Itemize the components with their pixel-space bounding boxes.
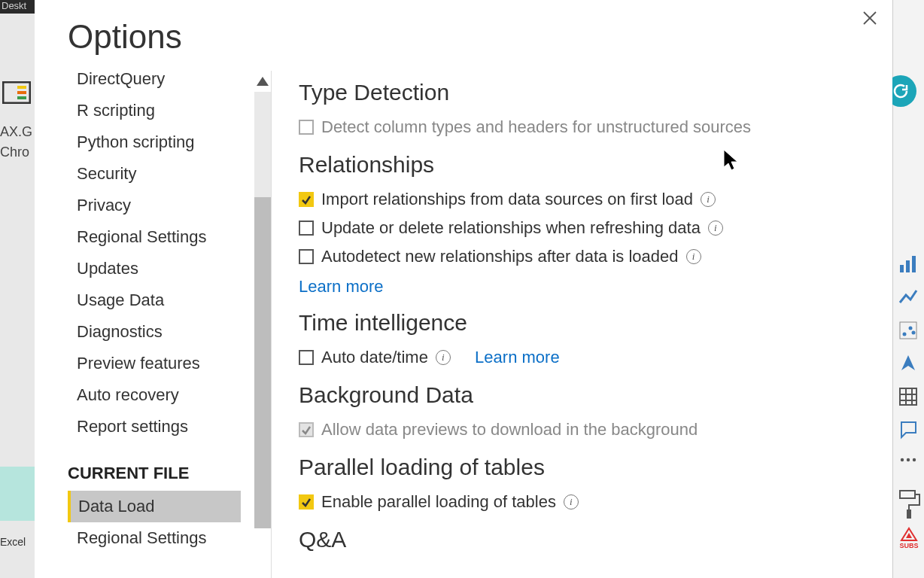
scatter-chart-icon	[898, 321, 918, 340]
checkbox-icon[interactable]	[299, 350, 314, 365]
bg-excel-label: Excel	[0, 536, 26, 548]
bg-teal-block	[0, 467, 36, 521]
svg-marker-26	[257, 77, 269, 86]
svg-rect-21	[907, 510, 911, 519]
option-import-relationships[interactable]: Import relationships from data sources o…	[299, 185, 862, 214]
sidebar-item-privacy[interactable]: Privacy	[68, 190, 241, 221]
sidebar-scrollbar[interactable]	[254, 71, 271, 578]
option-label: Allow data previews to download in the b…	[321, 420, 698, 440]
bg-left-text-2: Chro	[0, 144, 29, 160]
info-icon[interactable]: i	[436, 350, 451, 365]
option-enable-parallel-loading[interactable]: Enable parallel loading of tables i	[299, 488, 862, 516]
bg-left-text-1: AX.G	[0, 124, 32, 140]
ribbon-icon-fragment	[2, 81, 31, 104]
arrow-icon	[898, 354, 918, 373]
svg-point-10	[912, 331, 916, 335]
learn-more-link-relationships[interactable]: Learn more	[299, 277, 384, 296]
section-relationships: Relationships	[299, 152, 862, 178]
section-qa: Q&A	[299, 527, 862, 552]
sidebar-item-regional-settings[interactable]: Regional Settings	[68, 221, 241, 253]
checkbox-icon[interactable]	[299, 494, 314, 510]
sidebar-section-current-file: CURRENT FILE	[68, 443, 241, 491]
option-allow-background-previews: Allow data previews to download in the b…	[299, 415, 862, 444]
info-icon[interactable]: i	[686, 249, 701, 264]
option-label: Update or delete relationships when refr…	[321, 218, 701, 238]
option-label: Autodetect new relationships after data …	[321, 247, 679, 266]
checkbox-icon	[299, 120, 314, 135]
svg-marker-11	[901, 355, 915, 370]
line-chart-icon	[898, 287, 918, 307]
comment-icon	[898, 420, 918, 440]
section-time-intelligence: Time intelligence	[299, 310, 862, 336]
more-icon	[898, 453, 918, 473]
svg-rect-3	[17, 96, 26, 99]
section-type-detection: Type Detection	[299, 80, 862, 105]
options-content: Type Detection Detect column types and h…	[272, 63, 892, 578]
svg-point-17	[901, 458, 904, 461]
section-parallel-loading: Parallel loading of tables	[299, 455, 862, 480]
paint-roller-icon	[897, 489, 921, 522]
dialog-title: Options	[35, 0, 892, 63]
svg-point-8	[903, 333, 907, 336]
sidebar-item-cf-regional-settings[interactable]: Regional Settings	[68, 522, 241, 554]
option-label: Detect column types and headers for unst…	[321, 117, 751, 137]
sidebar-item-auto-recovery[interactable]: Auto recovery	[68, 379, 241, 411]
sidebar-item-preview-features[interactable]: Preview features	[68, 348, 241, 379]
options-sidebar: DirectQuery R scripting Python scripting…	[68, 63, 241, 578]
option-label: Import relationships from data sources o…	[321, 190, 693, 209]
sidebar-item-r-scripting[interactable]: R scripting	[68, 95, 241, 126]
sidebar-item-security[interactable]: Security	[68, 158, 241, 190]
subscribe-badge: SUBS	[894, 527, 924, 549]
svg-marker-23	[906, 533, 912, 538]
sidebar-item-usage-data[interactable]: Usage Data	[68, 284, 241, 316]
option-update-relationships[interactable]: Update or delete relationships when refr…	[299, 214, 862, 242]
checkbox-icon[interactable]	[299, 192, 314, 207]
sidebar-item-report-settings[interactable]: Report settings	[68, 411, 241, 443]
learn-more-link-time-intelligence[interactable]: Learn more	[475, 348, 560, 367]
checkbox-icon	[299, 422, 314, 437]
sidebar-item-directquery[interactable]: DirectQuery	[68, 63, 241, 95]
option-label: Enable parallel loading of tables	[321, 492, 556, 512]
app-titlebar-fragment: Deskt	[0, 0, 35, 14]
svg-rect-5	[906, 260, 910, 272]
option-auto-date-time[interactable]: Auto date/time i Learn more	[299, 343, 862, 372]
table-icon	[898, 387, 918, 406]
options-dialog: Options DirectQuery R scripting Python s…	[35, 0, 892, 578]
svg-rect-12	[900, 388, 916, 405]
option-detect-column-types: Detect column types and headers for unst…	[299, 113, 862, 141]
sidebar-item-diagnostics[interactable]: Diagnostics	[68, 316, 241, 348]
checkbox-icon[interactable]	[299, 249, 314, 264]
svg-point-9	[909, 327, 913, 330]
svg-point-19	[913, 458, 916, 461]
visualization-icons-strip	[895, 254, 921, 473]
scroll-track[interactable]	[254, 92, 271, 528]
sidebar-item-updates[interactable]: Updates	[68, 253, 241, 284]
info-icon[interactable]: i	[708, 221, 723, 236]
close-button[interactable]	[858, 6, 882, 30]
scroll-up-icon[interactable]	[254, 71, 271, 92]
info-icon[interactable]: i	[564, 494, 579, 510]
svg-point-18	[907, 458, 910, 461]
info-icon[interactable]: i	[701, 192, 716, 207]
svg-rect-4	[900, 265, 904, 272]
sidebar-item-data-load[interactable]: Data Load	[68, 491, 241, 522]
svg-rect-20	[900, 491, 915, 498]
bar-chart-icon	[898, 254, 918, 274]
option-autodetect-relationships[interactable]: Autodetect new relationships after data …	[299, 242, 862, 271]
option-label: Auto date/time	[321, 348, 428, 367]
svg-rect-6	[912, 256, 916, 272]
sidebar-item-python-scripting[interactable]: Python scripting	[68, 126, 241, 158]
section-background-data: Background Data	[299, 382, 862, 408]
svg-rect-2	[17, 91, 26, 94]
svg-rect-7	[900, 322, 916, 339]
scroll-thumb[interactable]	[254, 197, 271, 528]
svg-rect-1	[17, 86, 26, 89]
checkbox-icon[interactable]	[299, 221, 314, 236]
